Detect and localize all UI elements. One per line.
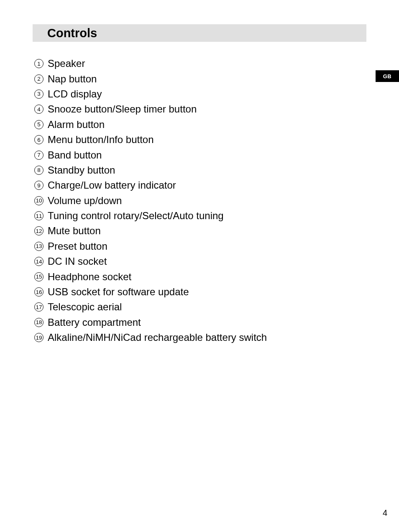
list-item: 12 Mute button [34, 223, 267, 238]
item-number-icon: 2 [34, 74, 43, 84]
item-number-icon: 7 [34, 151, 43, 160]
item-number-icon: 6 [34, 135, 43, 144]
list-item: 13 Preset button [34, 239, 267, 254]
item-label: Alkaline/NiMH/NiCad rechargeable battery… [48, 332, 267, 343]
item-label: Band button [48, 149, 102, 161]
list-item: 10 Volume up/down [34, 193, 267, 208]
item-label: LCD display [48, 88, 102, 100]
item-label: Nap button [48, 73, 97, 85]
manual-page: Controls GB 1 Speaker 2 Nap button 3 LCD… [0, 0, 399, 532]
list-item: 19 Alkaline/NiMH/NiCad rechargeable batt… [34, 330, 267, 345]
item-label: Snooze button/Sleep timer button [48, 103, 197, 115]
item-label: Volume up/down [48, 195, 122, 207]
list-item: 7 Band button [34, 147, 267, 162]
list-item: 3 LCD display [34, 87, 267, 102]
item-label: Mute button [48, 225, 101, 237]
item-number-icon: 14 [34, 257, 43, 266]
item-number-icon: 18 [34, 318, 43, 327]
item-number-icon: 10 [34, 196, 43, 205]
list-item: 16 USB socket for software update [34, 284, 267, 299]
item-number-icon: 1 [34, 59, 43, 68]
item-number-icon: 12 [34, 226, 43, 235]
item-label: Menu button/Info button [48, 134, 154, 146]
item-number-icon: 5 [34, 120, 43, 129]
list-item: 14 DC IN socket [34, 254, 267, 269]
list-item: 5 Alarm button [34, 117, 267, 132]
item-number-icon: 4 [34, 105, 43, 114]
page-number: 4 [383, 508, 387, 518]
item-label: Headphone socket [48, 271, 131, 283]
item-number-icon: 17 [34, 302, 43, 312]
item-label: Charge/Low battery indicator [48, 179, 176, 191]
section-heading-bar: Controls [33, 24, 366, 42]
item-number-icon: 13 [34, 242, 43, 251]
language-tab: GB [376, 70, 399, 82]
list-item: 18 Battery compartment [34, 315, 267, 330]
item-number-icon: 8 [34, 166, 43, 175]
item-number-icon: 3 [34, 90, 43, 99]
controls-list: 1 Speaker 2 Nap button 3 LCD display 4 S… [34, 56, 267, 345]
item-number-icon: 11 [34, 211, 43, 220]
item-number-icon: 19 [34, 333, 43, 342]
item-label: Standby button [48, 164, 115, 176]
item-number-icon: 15 [34, 272, 43, 281]
section-heading: Controls [47, 26, 97, 40]
list-item: 6 Menu button/Info button [34, 132, 267, 147]
list-item: 4 Snooze button/Sleep timer button [34, 102, 267, 117]
item-label: Speaker [48, 58, 85, 69]
list-item: 8 Standby button [34, 163, 267, 178]
item-label: Battery compartment [48, 317, 141, 328]
item-label: Tuning control rotary/Select/Auto tuning [48, 210, 224, 222]
item-label: DC IN socket [48, 256, 107, 267]
item-number-icon: 9 [34, 181, 43, 190]
list-item: 15 Headphone socket [34, 269, 267, 284]
item-label: Alarm button [48, 119, 105, 130]
item-label: Telescopic aerial [48, 301, 122, 313]
list-item: 11 Tuning control rotary/Select/Auto tun… [34, 208, 267, 223]
list-item: 2 Nap button [34, 71, 267, 86]
item-label: USB socket for software update [48, 286, 189, 298]
list-item: 1 Speaker [34, 56, 267, 71]
item-label: Preset button [48, 240, 107, 252]
item-number-icon: 16 [34, 287, 43, 297]
list-item: 17 Telescopic aerial [34, 299, 267, 315]
list-item: 9 Charge/Low battery indicator [34, 178, 267, 193]
